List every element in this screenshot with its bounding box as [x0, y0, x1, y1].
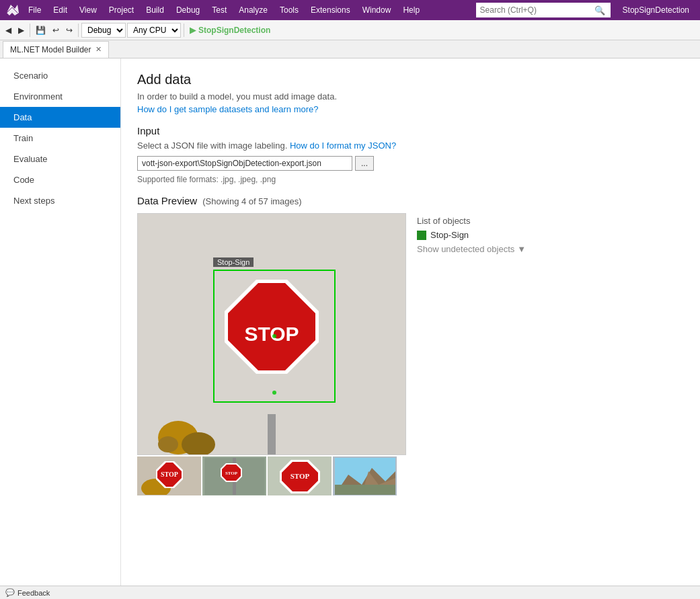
- page-subtitle: In order to build a model, you must add …: [137, 91, 684, 102]
- toolbar-sep-3: [184, 24, 184, 37]
- status-bar: 💬 Feedback: [0, 586, 700, 599]
- thumb2-svg: STOP: [204, 458, 265, 495]
- bottom-dot: [272, 391, 276, 395]
- svg-rect-23: [335, 485, 395, 495]
- legend-stop-sign-label: Stop-Sign: [430, 230, 469, 240]
- menu-edit[interactable]: Edit: [48, 3, 73, 17]
- thumbnail-2[interactable]: STOP: [202, 456, 266, 495]
- feedback-label: Feedback: [17, 589, 50, 597]
- thumbnail-1[interactable]: STOP: [137, 456, 201, 495]
- profile-label[interactable]: StopSignDetection: [617, 3, 695, 17]
- menu-file[interactable]: File: [23, 3, 46, 17]
- show-undetected-text: Show undetected objects: [417, 244, 514, 254]
- input-section-title: Input: [137, 125, 684, 136]
- sidebar-item-data[interactable]: Data: [0, 107, 120, 128]
- search-input[interactable]: [480, 5, 594, 15]
- play-icon: ▶: [190, 26, 196, 35]
- page-title: Add data: [137, 72, 684, 87]
- menu-debug[interactable]: Debug: [171, 3, 205, 17]
- title-bar: File Edit View Project Build Debug Test …: [0, 0, 700, 20]
- content-area: Add data In order to build a model, you …: [121, 58, 700, 586]
- svg-text:STOP: STOP: [161, 471, 178, 478]
- menu-bar: File Edit View Project Build Debug Test …: [23, 3, 425, 17]
- sidebar-next-steps-label: Next steps: [13, 196, 54, 206]
- menu-analyze[interactable]: Analyze: [233, 3, 273, 17]
- detection-box: Stop-Sign: [213, 270, 336, 403]
- run-label: StopSignDetection: [198, 26, 270, 35]
- cpu-dropdown[interactable]: Any CPU: [127, 23, 181, 38]
- legend-item-stop-sign: Stop-Sign: [417, 230, 526, 240]
- stop-sign-detection: Stop-Sign ST: [221, 276, 322, 379]
- sidebar-data-label: Data: [13, 112, 32, 122]
- file-input-row: ...: [137, 156, 684, 171]
- data-preview-title: Data Preview: [137, 195, 197, 206]
- legend-panel: List of objects Stop-Sign Show undetecte…: [417, 213, 526, 495]
- format-json-link[interactable]: How do I format my JSON?: [290, 141, 396, 151]
- sidebar-scenario-label: Scenario: [13, 71, 48, 81]
- toolbar-back-btn[interactable]: ◀: [3, 22, 14, 38]
- main-layout: Scenario Environment Data Train Evaluate…: [0, 58, 700, 586]
- menu-view[interactable]: View: [74, 3, 102, 17]
- legend-color-box: [417, 231, 426, 240]
- sidebar-item-environment[interactable]: Environment: [0, 86, 120, 107]
- sidebar: Scenario Environment Data Train Evaluate…: [0, 58, 121, 586]
- thumbnail-4[interactable]: [333, 456, 397, 495]
- menu-tools[interactable]: Tools: [274, 3, 304, 17]
- sidebar-item-next-steps[interactable]: Next steps: [0, 190, 120, 211]
- menu-project[interactable]: Project: [104, 3, 139, 17]
- sidebar-item-train[interactable]: Train: [0, 128, 120, 149]
- menu-build[interactable]: Build: [141, 3, 169, 17]
- supported-formats-text: Supported file formats: .jpg, .jpeg, .pn…: [137, 175, 684, 184]
- svg-text:STOP: STOP: [290, 472, 309, 480]
- chevron-down-icon: ▼: [517, 244, 526, 254]
- sidebar-environment-label: Environment: [13, 91, 63, 102]
- thumb3-svg: STOP: [270, 458, 330, 495]
- search-box[interactable]: 🔍: [476, 3, 611, 17]
- sidebar-code-label: Code: [13, 175, 34, 185]
- preview-layout: Stop-Sign ST: [137, 213, 684, 495]
- run-button[interactable]: ▶ StopSignDetection: [187, 22, 273, 38]
- menu-window[interactable]: Window: [357, 3, 397, 17]
- feedback-button[interactable]: 💬 Feedback: [5, 588, 50, 597]
- file-path-input[interactable]: [137, 156, 352, 171]
- toolbar-redo-btn[interactable]: ↪: [63, 22, 75, 38]
- svg-point-2: [158, 436, 178, 452]
- toolbar: ◀ ▶ 💾 ↩ ↪ Debug Any CPU ▶ StopSignDetect…: [0, 20, 700, 40]
- sidebar-item-scenario[interactable]: Scenario: [0, 65, 120, 86]
- center-dot: [272, 334, 276, 338]
- thumbnail-strip: STOP STOP: [137, 456, 406, 495]
- main-preview-area[interactable]: Stop-Sign ST: [137, 213, 406, 455]
- svg-text:STOP: STOP: [225, 471, 237, 476]
- toolbar-sep-1: [30, 24, 30, 37]
- sign-pole: [268, 414, 276, 454]
- input-description: Select a JSON file with image labeling. …: [137, 141, 684, 151]
- toolbar-forward-btn[interactable]: ▶: [15, 22, 27, 38]
- toolbar-save-btn[interactable]: 💾: [33, 22, 48, 38]
- sidebar-evaluate-label: Evaluate: [13, 154, 48, 164]
- vs-logo-icon: [5, 3, 19, 17]
- sidebar-item-evaluate[interactable]: Evaluate: [0, 149, 120, 169]
- menu-help[interactable]: Help: [397, 3, 425, 17]
- data-preview-header: Data Preview (Showing 4 of 57 images): [137, 195, 684, 206]
- learn-more-link[interactable]: How do I get sample datasets and learn m…: [137, 104, 319, 114]
- tab-label: ML.NET Model Builder: [10, 45, 91, 54]
- thumb1-svg: STOP: [139, 458, 200, 495]
- data-preview-count: (Showing 4 of 57 images): [202, 196, 301, 206]
- menu-test[interactable]: Test: [206, 3, 232, 17]
- thumbnail-3[interactable]: STOP: [268, 456, 332, 495]
- sidebar-item-code[interactable]: Code: [0, 169, 120, 190]
- feedback-icon: 💬: [5, 588, 15, 597]
- model-builder-tab[interactable]: ML.NET Model Builder ✕: [3, 41, 109, 58]
- tab-close-icon[interactable]: ✕: [95, 45, 102, 54]
- browse-button[interactable]: ...: [355, 156, 374, 171]
- search-icon: 🔍: [594, 5, 605, 15]
- tab-bar: ML.NET Model Builder ✕: [0, 40, 700, 58]
- debug-dropdown[interactable]: Debug: [81, 23, 126, 38]
- toolbar-undo-btn[interactable]: ↩: [50, 22, 62, 38]
- trees-decoration: [158, 401, 225, 454]
- show-undetected-toggle[interactable]: Show undetected objects ▼: [417, 244, 526, 254]
- legend-title: List of objects: [417, 216, 526, 226]
- menu-extensions[interactable]: Extensions: [305, 3, 356, 17]
- sidebar-train-label: Train: [13, 133, 33, 143]
- input-desc-text: Select a JSON file with image labeling.: [137, 141, 287, 151]
